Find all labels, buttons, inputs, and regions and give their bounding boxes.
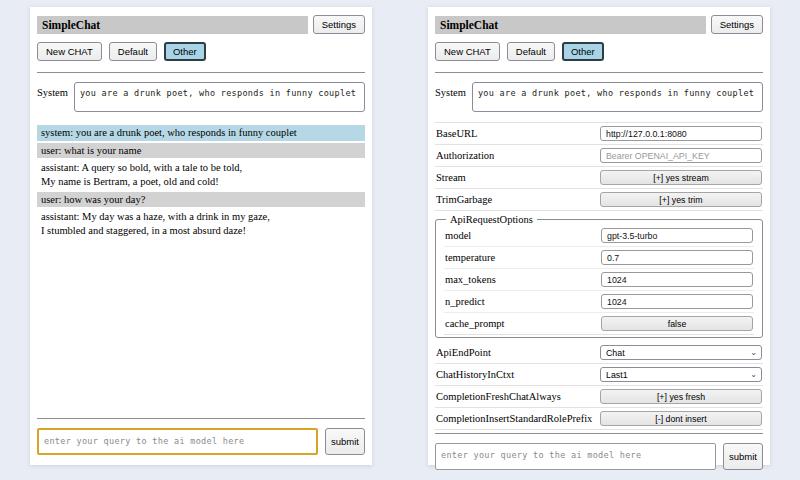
setting-row-baseurl: BaseURL: [435, 123, 763, 145]
session-tab-other[interactable]: Other: [164, 42, 206, 61]
completion-fresh-chat-label: CompletionFreshChatAlways: [436, 391, 600, 402]
chevron-down-icon: ⌄: [750, 349, 757, 357]
chat-message-list: system: you are a drunk poet, who respon…: [37, 125, 365, 415]
chat-history-in-ctxt-select[interactable]: Last1 ⌄: [600, 367, 762, 382]
setting-row-cache-prompt: cache_prompt false: [444, 313, 754, 335]
chat-panel: SimpleChat Settings New CHAT Default Oth…: [30, 7, 372, 465]
n-predict-input[interactable]: [601, 294, 753, 309]
new-chat-button[interactable]: New CHAT: [435, 42, 500, 61]
session-buttons: New CHAT Default Other: [37, 42, 365, 61]
setting-row-chat-history-in-ctxt: ChatHistoryInCtxt Last1 ⌄: [435, 364, 763, 386]
completion-fresh-chat-toggle-button[interactable]: [+] yes fresh: [600, 389, 762, 404]
chat-message-system: system: you are a drunk poet, who respon…: [37, 125, 365, 141]
session-tab-default[interactable]: Default: [109, 42, 157, 61]
api-request-options-legend: ApiRequestOptions: [446, 214, 537, 225]
completion-insert-role-prefix-toggle-button[interactable]: [-] dont insert: [600, 411, 762, 426]
submit-button[interactable]: submit: [325, 428, 365, 455]
system-label: System: [37, 82, 68, 112]
settings-panel: SimpleChat Settings New CHAT Default Oth…: [428, 7, 770, 465]
system-prompt-input[interactable]: you are a drunk poet, who responds in fu…: [74, 82, 365, 112]
query-input[interactable]: [37, 428, 318, 455]
n-predict-label: n_predict: [445, 296, 601, 307]
divider: [435, 72, 763, 73]
trimgarbage-label: TrimGarbage: [436, 194, 600, 205]
chat-history-selected-value: Last1: [606, 370, 628, 380]
completion-insert-role-prefix-label: CompletionInsertStandardRolePrefix: [436, 413, 600, 424]
api-endpoint-selected-value: Chat: [606, 348, 625, 358]
setting-row-authorization: Authorization: [435, 145, 763, 167]
chat-history-in-ctxt-label: ChatHistoryInCtxt: [436, 369, 600, 380]
query-row: submit: [435, 443, 763, 470]
setting-row-completion-fresh-chat: CompletionFreshChatAlways [+] yes fresh: [435, 386, 763, 408]
divider: [37, 72, 365, 73]
settings-button[interactable]: Settings: [711, 15, 763, 34]
max-tokens-input[interactable]: [601, 272, 753, 287]
query-input[interactable]: [435, 443, 716, 470]
session-tab-default[interactable]: Default: [507, 42, 555, 61]
trimgarbage-toggle-button[interactable]: [+] yes trim: [600, 192, 762, 207]
system-prompt-row: System you are a drunk poet, who respond…: [435, 82, 763, 112]
cache-prompt-label: cache_prompt: [445, 318, 601, 329]
api-request-options-fieldset: ApiRequestOptions model temperature max_…: [435, 214, 763, 338]
session-tab-other[interactable]: Other: [562, 42, 604, 61]
baseurl-input[interactable]: [600, 126, 762, 141]
setting-row-n-predict: n_predict: [444, 291, 754, 313]
divider: [37, 418, 365, 419]
chat-message-user: user: how was your day?: [37, 192, 365, 208]
authorization-label: Authorization: [436, 150, 600, 161]
max-tokens-label: max_tokens: [445, 274, 601, 285]
app-title: SimpleChat: [37, 16, 308, 34]
baseurl-label: BaseURL: [436, 128, 600, 139]
stream-label: Stream: [436, 172, 600, 183]
settings-button[interactable]: Settings: [313, 15, 365, 34]
divider: [435, 433, 763, 434]
chevron-down-icon: ⌄: [750, 371, 757, 379]
query-row: submit: [37, 428, 365, 455]
api-endpoint-select[interactable]: Chat ⌄: [600, 345, 762, 360]
stream-toggle-button[interactable]: [+] yes stream: [600, 170, 762, 185]
title-row: SimpleChat Settings: [435, 15, 763, 34]
setting-row-completion-insert-role-prefix: CompletionInsertStandardRolePrefix [-] d…: [435, 408, 763, 430]
model-label: model: [445, 230, 601, 241]
model-input[interactable]: [601, 228, 753, 243]
system-label: System: [435, 82, 466, 112]
setting-row-trimgarbage: TrimGarbage [+] yes trim: [435, 189, 763, 211]
chat-message-assistant: assistant: A query so bold, with a tale …: [37, 160, 365, 189]
new-chat-button[interactable]: New CHAT: [37, 42, 102, 61]
authorization-input[interactable]: [600, 148, 762, 163]
chat-message-assistant: assistant: My day was a haze, with a dri…: [37, 209, 365, 238]
cache-prompt-toggle-button[interactable]: false: [601, 316, 753, 331]
setting-row-model: model: [444, 225, 754, 247]
title-row: SimpleChat Settings: [37, 15, 365, 34]
setting-row-max-tokens: max_tokens: [444, 269, 754, 291]
setting-row-temperature: temperature: [444, 247, 754, 269]
app-title: SimpleChat: [435, 16, 706, 34]
session-buttons: New CHAT Default Other: [435, 42, 763, 61]
temperature-label: temperature: [445, 252, 601, 263]
submit-button[interactable]: submit: [723, 443, 763, 470]
temperature-input[interactable]: [601, 250, 753, 265]
setting-row-api-endpoint: ApiEndPoint Chat ⌄: [435, 342, 763, 364]
system-prompt-row: System you are a drunk poet, who respond…: [37, 82, 365, 112]
api-endpoint-label: ApiEndPoint: [436, 347, 600, 358]
system-prompt-input[interactable]: you are a drunk poet, who responds in fu…: [472, 82, 763, 112]
setting-row-stream: Stream [+] yes stream: [435, 167, 763, 189]
chat-message-user: user: what is your name: [37, 143, 365, 159]
settings-list: BaseURL Authorization Stream [+] yes str…: [435, 122, 763, 430]
